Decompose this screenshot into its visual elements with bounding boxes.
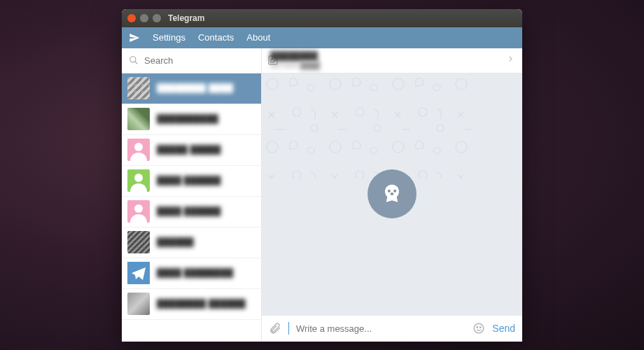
- chat-item-name: ██████: [157, 237, 194, 247]
- svg-point-17: [475, 323, 484, 333]
- avatar: [127, 108, 150, 130]
- background-pattern: [262, 74, 472, 178]
- sidebar: ████████ ███████████████████ █████████ █…: [122, 48, 262, 342]
- search-icon[interactable]: [129, 55, 139, 65]
- avatar: [127, 262, 150, 284]
- plane-icon[interactable]: [129, 32, 140, 43]
- content: ████████ ███████████████████ █████████ █…: [122, 48, 522, 342]
- chat-item[interactable]: ████ ██████: [122, 166, 261, 197]
- svg-point-6: [134, 174, 143, 182]
- menu-settings[interactable]: Settings: [153, 32, 186, 43]
- app-window: Telegram Settings Contacts About ███████…: [122, 9, 522, 342]
- searchbar: [122, 48, 261, 74]
- avatar: [127, 169, 150, 192]
- svg-point-4: [134, 143, 143, 151]
- chat-item-name: ████ ████████: [157, 268, 233, 278]
- menubar: Settings Contacts About: [122, 27, 522, 48]
- svg-point-16: [391, 192, 394, 195]
- svg-point-18: [477, 327, 478, 328]
- chat-item-name: ████ ██████: [157, 206, 221, 216]
- chat-item[interactable]: ████ ████████: [122, 258, 261, 289]
- composer: Send: [262, 315, 522, 342]
- chevron-right-icon[interactable]: [507, 54, 514, 66]
- avatar: [127, 200, 150, 223]
- chat-header[interactable]: ████████ last seen ████: [262, 48, 522, 74]
- svg-line-1: [135, 62, 138, 64]
- message-input[interactable]: [296, 323, 465, 334]
- svg-point-8: [134, 204, 143, 213]
- menu-contacts[interactable]: Contacts: [198, 32, 234, 43]
- titlebar[interactable]: Telegram: [122, 9, 522, 27]
- chat-item[interactable]: ████████ ██████: [122, 289, 261, 320]
- svg-point-15: [393, 190, 396, 192]
- chat-item-name: ██████████: [157, 114, 218, 124]
- send-button[interactable]: Send: [492, 323, 515, 334]
- menu-about[interactable]: About: [246, 32, 270, 43]
- chat-item-name: █████ █████: [157, 145, 221, 155]
- maximize-icon[interactable]: [153, 14, 161, 22]
- svg-rect-13: [262, 74, 472, 178]
- svg-point-19: [480, 327, 482, 328]
- chat-item[interactable]: █████ █████: [122, 135, 261, 166]
- chat-item[interactable]: ████ ██████: [122, 197, 261, 227]
- chat-item[interactable]: ██████: [122, 227, 261, 258]
- attach-icon[interactable]: [269, 322, 281, 335]
- chat-item[interactable]: ██████████: [122, 104, 261, 135]
- minimize-icon[interactable]: [140, 14, 148, 22]
- svg-point-0: [130, 57, 136, 62]
- chat-list[interactable]: ████████ ███████████████████ █████████ █…: [122, 74, 261, 342]
- chat-item-name: ████████ ████: [157, 83, 233, 93]
- chat-header-name: ████████: [270, 51, 507, 61]
- search-input[interactable]: [144, 55, 262, 66]
- chat-pane: ████████ last seen ████: [262, 48, 522, 342]
- close-icon[interactable]: [127, 14, 136, 22]
- text-cursor: [288, 322, 289, 335]
- chat-item-name: ████████ ██████: [157, 299, 246, 309]
- avatar: [127, 231, 150, 253]
- avatar: [127, 139, 150, 161]
- chat-item[interactable]: ████████ ████: [122, 74, 261, 104]
- chat-header-status: last seen ████: [270, 62, 507, 69]
- emoji-icon[interactable]: [472, 322, 485, 335]
- chat-item-name: ████ ██████: [157, 176, 221, 186]
- window-title: Telegram: [168, 13, 204, 23]
- chat-body: [262, 74, 522, 315]
- avatar: [127, 293, 150, 315]
- avatar: [127, 77, 150, 99]
- svg-point-14: [388, 190, 391, 192]
- empty-chat-icon: [368, 169, 416, 218]
